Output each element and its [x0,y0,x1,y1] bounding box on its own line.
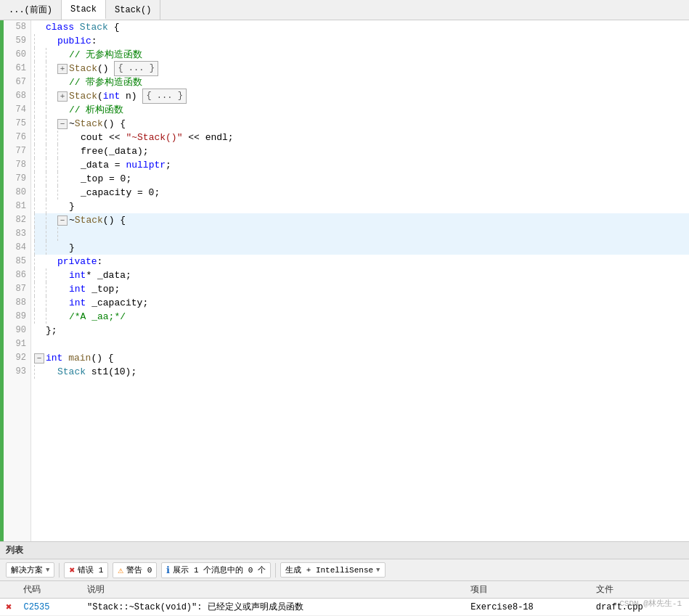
code-text-93: Stack st1(10); [57,365,136,379]
code-line-79: _top = 0; [34,172,689,186]
indent-80 [34,186,69,200]
fold-61[interactable]: + [57,64,68,74]
fold-75[interactable]: − [57,119,68,129]
code-line-87: int _top; [34,282,689,296]
error-row-proj-0: Exercise8-18 [465,599,590,616]
collapsed-68[interactable]: { ... } [142,89,186,104]
error-btn[interactable]: ✖ 错误 1 [64,562,108,578]
code-text-61: Stack() { ... } [69,61,158,76]
line-num-75: 75 [4,117,30,131]
line-num-91: 91 [4,337,30,351]
code-text-68: Stack(int n) { ... } [69,89,187,104]
info-icon: ℹ [166,564,170,576]
watermark: CSDN @林先生-1 [619,598,682,609]
indent-77 [34,144,69,158]
line-num-76: 76 [4,131,30,144]
indent-84 [34,241,57,255]
code-line-93: Stack st1(10); [34,365,689,379]
indent-82 [34,213,57,227]
solution-dropdown[interactable]: 解决方案 ▼ [6,562,54,578]
code-line-68: +Stack(int n) { ... } [34,89,689,103]
code-text-86: int* _data; [69,268,131,282]
code-line-58: class Stack { [34,20,689,34]
info-btn[interactable]: ℹ 展示 1 个消息中的 0 个 [161,562,271,578]
indent-85 [34,255,46,268]
line-num-87: 87 [4,282,30,296]
col-project: 项目 [465,581,590,599]
error-toolbar: 解决方案 ▼ ✖ 错误 1 ⚠ 警告 0 ℹ 展示 1 个消息中的 0 个 生成… [0,559,689,581]
error-panel-title-text: 列表 [6,544,23,557]
build-label: 生成 + IntelliSense [285,564,373,575]
line-num-60: 60 [4,48,30,62]
indent-81 [34,200,57,213]
code-line-83 [34,227,689,241]
fold-68[interactable]: + [57,91,68,102]
line-num-77: 77 [4,144,30,158]
sep2 [275,563,276,578]
tab-stack-fn[interactable]: Stack() [106,0,160,20]
code-text-76: cout << "~Stack()" << endl; [81,131,234,144]
line-num-88: 88 [4,296,30,310]
code-line-67: // 带参构造函数 [34,75,689,89]
code-content[interactable]: class Stack {public:// 无参构造函数+Stack() { … [31,20,689,541]
line-num-84: 84 [4,241,30,255]
indent-79 [34,172,69,186]
tab-prev[interactable]: ...(前面) [0,0,62,20]
code-line-59: public: [34,34,689,48]
line-num-93: 93 [4,365,30,379]
tab-stack-label: Stack [70,4,97,15]
indent-76 [34,131,69,144]
indent-88 [34,296,57,310]
code-line-88: int _capacity; [34,296,689,310]
code-line-77: free(_data); [34,144,689,158]
code-text-58: class Stack { [46,20,119,34]
build-dropdown-arrow: ▼ [376,567,380,574]
code-line-74: // 析构函数 [34,103,689,117]
build-btn[interactable]: 生成 + IntelliSense ▼ [280,562,385,578]
col-icon [0,581,17,599]
collapsed-61[interactable]: { ... } [114,61,158,76]
error-label: 错误 1 [78,564,103,575]
line-num-59: 59 [4,34,30,48]
code-line-78: _data = nullptr; [34,158,689,172]
line-num-85: 85 [4,255,30,268]
warning-btn[interactable]: ⚠ 警告 0 [113,562,157,578]
line-num-81: 81 [4,200,30,213]
col-description: 说明 [81,581,465,599]
code-line-89: /*A _aa;*/ [34,310,689,324]
sep1 [59,563,60,578]
code-line-75: −~Stack() { [34,117,689,131]
solution-dropdown-arrow: ▼ [46,567,49,574]
code-text-67: // 带参构造函数 [69,75,142,89]
code-line-81: } [34,200,689,213]
code-text-81: } [69,200,75,213]
fold-82[interactable]: − [57,215,68,226]
line-num-58: 58 [4,20,30,34]
code-text-60: // 无参构造函数 [69,48,142,62]
error-row-desc-0: "Stack::~Stack(void)": 已经定义或声明成员函数 [81,599,465,616]
indent-83 [34,227,69,241]
error-row-code-0[interactable]: C2535 [17,599,81,616]
code-text-80: _capacity = 0; [81,186,160,200]
warning-label: 警告 0 [126,564,152,575]
code-text-82: ~Stack() { [69,213,126,227]
code-line-85: private: [34,255,689,268]
line-num-92: 92 [4,351,30,365]
code-line-86: int* _data; [34,268,689,282]
code-text-75: ~Stack() { [69,117,126,131]
line-num-83: 83 [4,227,30,241]
tab-prev-label: ...(前面) [9,4,52,16]
col-code: 代码 [17,581,81,599]
error-panel-title: 列表 [0,542,689,559]
indent-78 [34,158,69,172]
error-icon: ✖ [69,564,75,576]
indent-74 [34,103,57,117]
line-num-82: 82 [4,213,30,227]
tab-stack[interactable]: Stack [62,0,106,20]
code-line-84: } [34,241,689,255]
code-text-59: public: [57,34,97,48]
error-row-0[interactable]: ✖C2535"Stack::~Stack(void)": 已经定义或声明成员函数… [0,599,689,616]
indent-59 [34,34,46,48]
fold-92[interactable]: − [34,353,44,364]
line-num-89: 89 [4,310,30,324]
